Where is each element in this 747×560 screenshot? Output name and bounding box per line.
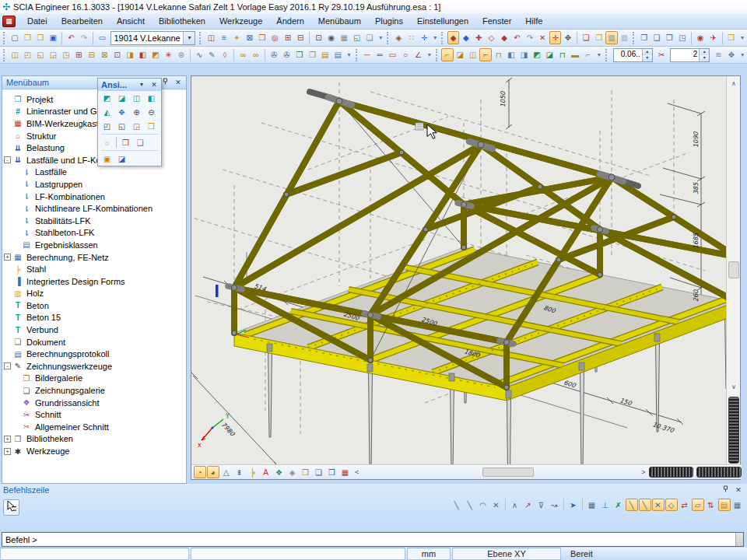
print-icon[interactable]: ⊡ <box>313 31 324 44</box>
select-member-2-icon[interactable]: ◰ <box>22 48 33 61</box>
status-plane[interactable]: Ebene XY <box>452 548 561 560</box>
sidebar-item-zeichnungswerkzeuge[interactable]: -✎Zeichnungswerkzeuge <box>2 360 186 373</box>
scia-logo-icon[interactable]: ▦ <box>2 16 16 27</box>
count-spinner[interactable]: 2▴▾ <box>670 48 710 62</box>
rotate-wheel-vertical[interactable] <box>728 397 739 464</box>
stamp-view-icon[interactable]: ❖ <box>273 466 286 478</box>
column-tool-icon[interactable]: ⌐ <box>479 48 491 61</box>
sidebar-item-stabilitäts-lfk[interactable]: ⇂Stabilitäts-LFK <box>2 215 186 227</box>
select-member-13-icon[interactable]: ✳ <box>163 48 174 61</box>
beam-opening-icon[interactable]: ⊓ <box>493 48 504 61</box>
view-front-icon[interactable]: ◪ <box>115 92 129 104</box>
select-member-5-icon[interactable]: ◳ <box>60 48 72 61</box>
menu-werkzeuge[interactable]: Werkzeuge <box>212 15 269 27</box>
window-manager-icon[interactable]: ▭ <box>96 31 108 44</box>
snap-swap-icon[interactable]: ⇄ <box>679 499 691 511</box>
select-member-1-icon[interactable]: ◫ <box>9 48 20 61</box>
menu-bibliotheken[interactable]: Bibliotheken <box>152 15 212 27</box>
tree-expand-toggle[interactable]: - <box>4 362 11 369</box>
calculator-icon[interactable]: ▦ <box>338 31 350 44</box>
selection-cursor-button[interactable] <box>3 499 19 516</box>
sidebar-item-werkzeuge[interactable]: +✱Werkzeuge <box>2 445 186 457</box>
snap-extension-icon[interactable]: ↝ <box>549 499 561 511</box>
clipping-1-icon[interactable]: ❐ <box>119 136 133 149</box>
tree-expand-toggle[interactable]: - <box>4 156 11 163</box>
toolbar-overflow-icon[interactable]: ▾ <box>346 49 352 61</box>
undo-icon[interactable]: ↶ <box>65 31 77 44</box>
menu-plugins[interactable]: Plugins <box>368 15 410 27</box>
scroll-down-icon[interactable]: ∨ <box>727 381 741 394</box>
tree-expand-toggle[interactable]: + <box>4 254 11 261</box>
menu-ansicht[interactable]: Ansicht <box>110 15 152 27</box>
snap-ruler-icon[interactable]: ▤ <box>718 499 731 511</box>
scale-spinner[interactable]: 0.06..▴▾ <box>613 48 653 62</box>
draw-line-icon[interactable]: ─ <box>361 48 373 61</box>
regenerate-icon[interactable]: ◉ <box>694 31 706 44</box>
toolbar-overflow-icon[interactable]: ▾ <box>739 32 745 44</box>
snap-endpoint-icon[interactable]: ╲ <box>626 499 638 511</box>
snap-cross-icon[interactable]: ✕ <box>490 499 503 511</box>
export-document-icon[interactable]: ◱ <box>351 31 363 44</box>
activate-grid-icon[interactable]: ▦ <box>339 466 352 478</box>
scroll-right-icon[interactable]: > <box>641 468 645 476</box>
close-icon[interactable]: ✕ <box>733 485 744 495</box>
chevron-down-icon[interactable]: ▾ <box>183 32 195 44</box>
select-member-4-icon[interactable]: ◲ <box>47 48 59 61</box>
sidebar-item-allgemeiner-schnitt[interactable]: ✂Allgemeiner Schnitt <box>2 421 186 433</box>
draw-parallel-icon[interactable]: ═ <box>374 48 385 61</box>
sidebar-item-integriertes-design-forms[interactable]: ▐Integriertes Design Forms <box>2 275 186 288</box>
snap-point-icon[interactable]: ╲ <box>464 499 476 511</box>
named-view-b-icon[interactable]: ▥ <box>619 31 630 44</box>
tree-expand-toggle[interactable]: + <box>4 448 11 455</box>
zoom-window-icon[interactable]: ◰ <box>100 120 114 132</box>
toolbar-overflow-icon[interactable]: ▾ <box>432 32 438 44</box>
filter-nodes-icon[interactable]: ◆ <box>460 31 472 44</box>
layer-manager-icon[interactable]: ≡ <box>218 31 230 44</box>
viewport-canvas[interactable]: 514 2500 1800 600 150 10.370 7980 1090 3… <box>191 76 727 466</box>
layer-current-icon[interactable]: ❏ <box>580 31 592 44</box>
snap-off-icon[interactable]: ✗ <box>612 499 625 511</box>
coordinates-icon[interactable]: ⊠ <box>244 31 255 44</box>
vertical-scroll-thumb[interactable] <box>728 261 739 278</box>
render-mode-wire-icon[interactable]: ◔ <box>194 466 206 478</box>
snap-midline-icon[interactable]: ╲ <box>639 499 651 511</box>
snap-tangent-icon[interactable]: ↗ <box>522 499 535 511</box>
menu-bearbeiten[interactable]: Bearbeiten <box>54 15 110 27</box>
wheel-tool-icon[interactable]: ◎ <box>269 31 281 44</box>
menu--ndern[interactable]: Ändern <box>269 15 310 27</box>
document-preview-icon[interactable]: ❏ <box>363 31 375 44</box>
toolbar-overflow-icon[interactable]: ▾ <box>596 49 602 61</box>
snap-perpendicular-icon[interactable]: ⊽ <box>535 499 548 511</box>
clipboard-icon[interactable]: ❐ <box>256 31 268 44</box>
snap-intersection-icon[interactable]: ✕ <box>652 499 665 511</box>
sidebar-item-verbund[interactable]: TVerbund <box>2 324 186 336</box>
point-select-icon[interactable]: ∷ <box>405 31 417 44</box>
sidebar-item-bildergalerie[interactable]: ❐Bildergalerie <box>2 373 186 385</box>
beam-straight-icon[interactable]: ⌐ <box>441 48 453 61</box>
snap-calculator-icon[interactable]: ▦ <box>731 499 744 511</box>
horizontal-scrollbar[interactable] <box>362 467 638 478</box>
toolbar-overflow-icon[interactable]: ▾ <box>739 49 745 61</box>
view-window-2-icon[interactable]: ❒ <box>326 466 338 478</box>
copy-props-a-icon[interactable]: ❐ <box>293 48 305 61</box>
pan-icon[interactable]: ✥ <box>115 106 129 118</box>
close-icon[interactable]: ✕ <box>173 78 184 88</box>
copy-view-2-icon[interactable]: ❑ <box>651 31 662 44</box>
view-3d-icon[interactable]: ◭ <box>100 106 114 118</box>
draw-rectangle-icon[interactable]: ▭ <box>387 48 398 61</box>
snap-free-line-icon[interactable]: ╲ <box>451 499 463 511</box>
dock-tool-icon[interactable]: ✥ <box>725 48 737 61</box>
select-member-9-icon[interactable]: ⊡ <box>111 48 123 61</box>
beam-arbitrary-icon[interactable]: ◫ <box>467 48 479 61</box>
toolbar-overflow-icon[interactable]: ▾ <box>377 32 384 44</box>
smooth-tool-icon[interactable]: ≋ <box>713 48 724 61</box>
sidebar-item-lastgruppen[interactable]: ⇂Lastgruppen <box>2 178 186 191</box>
rotate-wheel-horizontal-1[interactable] <box>649 467 694 478</box>
pin-icon[interactable] <box>160 78 171 88</box>
gallery-remove-icon[interactable]: ⊟ <box>295 31 307 44</box>
scroll-left-icon[interactable]: < <box>355 468 359 476</box>
binoculars-1-icon[interactable]: ✇ <box>268 48 279 61</box>
filter-next-icon[interactable]: ↷ <box>524 31 535 44</box>
menu-men-baum[interactable]: Menübaum <box>311 15 368 27</box>
clipping-2-icon[interactable]: ❑ <box>134 136 148 149</box>
